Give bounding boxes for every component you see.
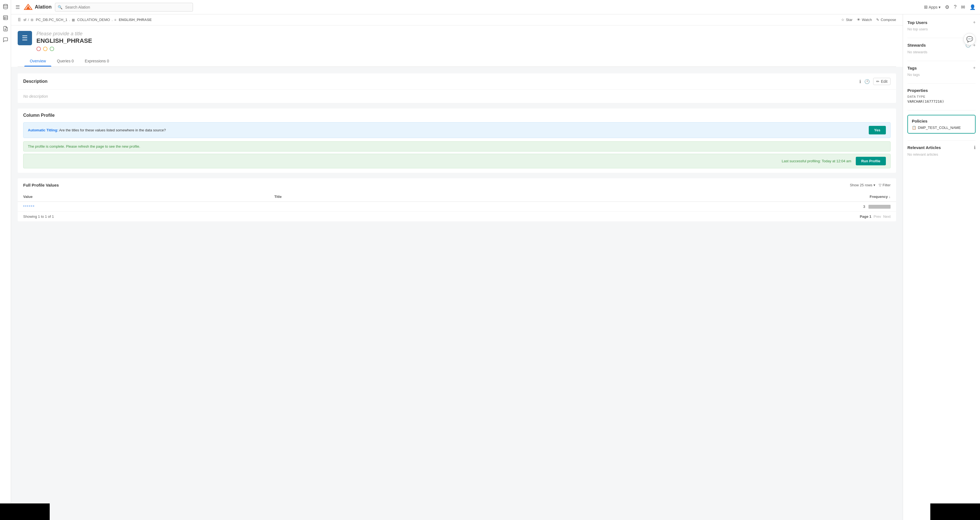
policies-section: Policies 📋 DMP_TEST_COLL_NAME <box>907 115 975 134</box>
filter-button[interactable]: ▽ Filter <box>879 183 891 187</box>
star-label: Star <box>846 17 853 22</box>
top-users-title: Top Users <box>907 20 927 25</box>
chat-float-button[interactable]: 💬 <box>963 33 975 45</box>
run-profile-button[interactable]: Run Profile <box>856 157 886 165</box>
entity-icon: ☰ <box>18 31 32 45</box>
policies-item[interactable]: 📋 DMP_TEST_COLL_NAME <box>912 126 971 130</box>
compose-label: Compose <box>881 17 896 22</box>
policies-item-label: DMP_TEST_COLL_NAME <box>918 126 961 130</box>
search-bar[interactable]: 🔍 <box>55 3 193 11</box>
edit-button[interactable]: ✏ Edit <box>873 78 891 85</box>
edit-label: Edit <box>881 79 888 84</box>
stewards-title: Stewards <box>907 43 926 48</box>
properties-header: Properties <box>907 88 975 93</box>
description-actions: ℹ 🕐 ✏ Edit <box>859 78 891 85</box>
dot-orange <box>43 47 48 51</box>
no-description: No description <box>23 94 48 99</box>
description-section: Description ℹ 🕐 ✏ Edit No d <box>18 73 896 103</box>
show-rows-label: Show 25 rows <box>850 183 872 187</box>
pagination-controls: Page 1 Prev Next <box>860 215 891 219</box>
tabs-bar: Overview Queries 0 Expressions 0 <box>18 56 896 67</box>
breadcrumb-sf[interactable]: sf <box>24 17 26 22</box>
filter-label: Filter <box>883 183 891 187</box>
tags-actions: + <box>973 65 975 70</box>
bottom-right-bar <box>930 503 980 520</box>
yes-button[interactable]: Yes <box>869 126 886 134</box>
frequency-bar <box>869 205 891 209</box>
policy-icon: 📋 <box>912 126 916 130</box>
breadcrumb-table[interactable]: COLLATION_DEMO <box>77 17 110 22</box>
next-button[interactable]: Next <box>883 215 891 219</box>
sidebar <box>0 0 11 520</box>
description-title: Description <box>23 79 48 84</box>
page-header: ☰ Please provide a title ENGLISH_PHRASE <box>11 25 903 67</box>
hamburger-menu[interactable]: ☰ <box>16 4 20 10</box>
top-users-empty: No top users <box>907 27 975 31</box>
sidebar-icon-chat[interactable] <box>2 37 9 43</box>
description-header: Description ℹ 🕐 ✏ Edit <box>18 73 896 90</box>
prev-button[interactable]: Prev <box>874 215 881 219</box>
help-icon[interactable]: ? <box>954 4 956 10</box>
full-profile-section: Full Profile Values Show 25 rows ▾ ▽ Fil… <box>18 178 896 221</box>
info-icon-articles[interactable]: ℹ <box>974 145 975 150</box>
settings-icon[interactable]: ⚙ <box>945 4 949 10</box>
grid-icon: ⊞ <box>924 5 928 10</box>
breadcrumb: 🗄 sf / ⊞ PC_DB.PC_SCH_1 . ▦ COLLATION_DE… <box>18 17 151 22</box>
search-icon: 🔍 <box>58 5 62 10</box>
description-clock-icon[interactable]: 🕐 <box>864 79 870 84</box>
entity-dots <box>37 47 896 51</box>
watch-icon: 👁 <box>857 17 861 22</box>
tags-title: Tags <box>907 66 917 70</box>
content-body: Description ℹ 🕐 ✏ Edit No d <box>11 67 903 234</box>
sidebar-icon-document[interactable] <box>2 25 9 32</box>
full-profile-title: Full Profile Values <box>23 183 59 188</box>
plus-icon-tags[interactable]: + <box>973 65 975 70</box>
auto-title-question: Are the titles for these values listed s… <box>59 128 166 132</box>
profile-success-banner: The profile is complete. Please refresh … <box>23 141 891 151</box>
row-frequency: 3 <box>471 202 896 212</box>
sidebar-icon-database[interactable] <box>2 3 9 10</box>
breadcrumb-current: ENGLISH_PHRASE <box>119 17 151 22</box>
tab-expressions[interactable]: Expressions 0 <box>79 56 115 67</box>
alation-logo: Alation <box>23 4 52 11</box>
compose-action[interactable]: ✎ Compose <box>876 17 896 22</box>
watch-label: Watch <box>862 17 872 22</box>
mail-icon[interactable]: ✉ <box>961 4 965 10</box>
dot-green <box>50 47 54 51</box>
search-input[interactable] <box>55 3 193 11</box>
watch-action[interactable]: 👁 Watch <box>857 17 872 22</box>
breadcrumb-sep1: / <box>28 17 29 22</box>
last-profiling-text: Last successful profiling: Today at 12:0… <box>782 159 851 163</box>
showing-label: Showing 1 to 1 of 1 <box>23 215 54 219</box>
relevant-articles-title: Relevant Articles <box>907 145 941 150</box>
apps-button[interactable]: ⊞ Apps ▾ <box>924 5 940 10</box>
full-profile-controls: Show 25 rows ▾ ▽ Filter <box>850 183 891 187</box>
chat-icon: 💬 <box>966 36 973 43</box>
logo-text: Alation <box>35 4 52 10</box>
table-row: ****** 3 <box>18 202 896 212</box>
user-icon[interactable]: 👤 <box>969 4 975 10</box>
chevron-down-icon: ▾ <box>873 183 875 187</box>
tab-queries[interactable]: Queries 0 <box>51 56 79 67</box>
star-icon: ☆ <box>841 17 845 22</box>
description-info-icon[interactable]: ℹ <box>859 79 861 84</box>
auto-title-prefix: Automatic Titling: <box>28 128 58 132</box>
plus-icon-top-users[interactable]: + <box>973 20 975 25</box>
column-profile-title: Column Profile <box>18 108 896 122</box>
breadcrumb-schema[interactable]: PC_DB.PC_SCH_1 <box>36 17 67 22</box>
frequency-count: 3 <box>863 205 865 209</box>
full-profile-header: Full Profile Values Show 25 rows ▾ ▽ Fil… <box>18 178 896 192</box>
apps-label: Apps <box>929 5 937 10</box>
sidebar-icon-table[interactable] <box>2 14 9 21</box>
stewards-empty: No stewards <box>907 50 975 54</box>
top-users-section: Top Users + No top users <box>907 20 975 31</box>
breadcrumb-actions: ☆ Star 👁 Watch ✎ Compose <box>841 17 896 22</box>
compose-icon: ✎ <box>876 17 879 22</box>
show-rows-dropdown[interactable]: Show 25 rows ▾ <box>850 183 875 187</box>
breadcrumb-sep3: . <box>111 17 113 22</box>
star-action[interactable]: ☆ Star <box>841 17 853 22</box>
table-icon: ▦ <box>72 18 75 22</box>
properties-section: Properties DATA TYPE VARCHAR(16777216) <box>907 88 975 103</box>
auto-title-text: Automatic Titling: Are the titles for th… <box>28 128 166 132</box>
tab-overview[interactable]: Overview <box>24 56 51 67</box>
